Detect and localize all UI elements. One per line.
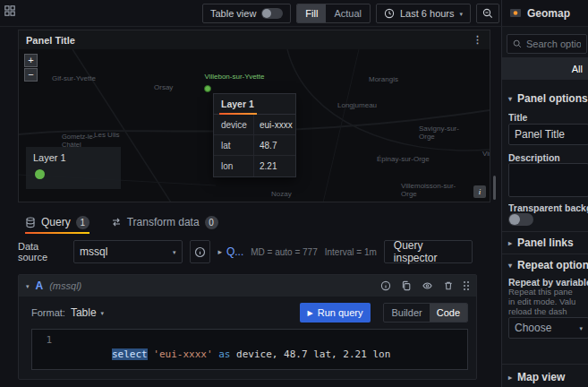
section-repeat-options[interactable]: ▾ Repeat options bbox=[502, 256, 588, 274]
tooltip-row: lat 48.7 bbox=[214, 135, 295, 156]
repeat-description-line: in edit mode. Valu bbox=[508, 297, 588, 306]
section-map-view-label: Map view bbox=[517, 371, 565, 383]
repeat-description-line: Repeat this pane bbox=[508, 287, 588, 297]
tooltip-key: lat bbox=[214, 135, 253, 155]
description-field-label: Description bbox=[508, 152, 588, 163]
query-row-editor: ▾ A (mssql) bbox=[18, 274, 477, 380]
section-panel-options[interactable]: ▾ Panel options bbox=[502, 90, 588, 108]
time-range-picker[interactable]: Last 6 hours ▾ bbox=[376, 4, 471, 23]
map-place-label: Gif-sur-Yvette bbox=[52, 74, 96, 82]
toggle-knob bbox=[262, 9, 271, 18]
panel-title-input[interactable] bbox=[508, 124, 588, 145]
main-scrollbar-thumb[interactable] bbox=[493, 176, 496, 200]
map-place-label: Viry bbox=[482, 150, 490, 158]
datasource-value: mssql bbox=[80, 245, 107, 258]
divider bbox=[502, 254, 588, 254]
transparent-background-toggle[interactable] bbox=[508, 213, 533, 226]
map-place-label: Longjumeau bbox=[337, 101, 377, 109]
play-icon: ▶ bbox=[308, 309, 313, 317]
table-view-toggle[interactable]: Table view bbox=[202, 4, 291, 23]
collapse-chevron-icon[interactable]: ▾ bbox=[26, 283, 30, 289]
sql-code-line[interactable]: select 'eui-xxxx' as device, 48.7 lat, 2… bbox=[59, 330, 390, 369]
repeat-variable-select[interactable]: Choose ▾ bbox=[508, 317, 588, 339]
map-place-label: Épinay-sur-Orge bbox=[377, 155, 430, 163]
options-search-box[interactable] bbox=[507, 34, 587, 54]
run-query-label: Run query bbox=[318, 307, 363, 318]
query-row-header[interactable]: ▾ A (mssql) bbox=[19, 275, 476, 297]
clock-icon bbox=[384, 8, 395, 19]
divider bbox=[502, 364, 588, 365]
options-filter-row: All bbox=[502, 57, 588, 80]
map-canvas[interactable]: + − Gif-sur-Yvette Orsay Villebon-sur-Yv… bbox=[19, 49, 490, 202]
tooltip-value: 48.7 bbox=[253, 135, 295, 155]
chevron-down-icon: ▾ bbox=[460, 11, 464, 17]
query-help-icon[interactable] bbox=[380, 280, 391, 291]
map-zoom-out-button[interactable]: − bbox=[24, 68, 38, 82]
top-toolbar: Table view Fill Actual Last 6 hours ▾ bbox=[0, 0, 588, 27]
query-datasource-hint: (mssql) bbox=[49, 280, 81, 291]
line-number: 1 bbox=[32, 330, 59, 369]
tooltip-key: lon bbox=[214, 156, 253, 176]
magnifier-minus-icon bbox=[482, 8, 493, 19]
map-zoom-in-button[interactable]: + bbox=[24, 54, 38, 67]
tooltip-layer-tab[interactable]: Layer 1 bbox=[214, 94, 295, 115]
run-query-button[interactable]: ▶ Run query bbox=[300, 303, 371, 322]
zoom-out-time-button[interactable] bbox=[476, 4, 499, 23]
map-place-label: Orsay bbox=[154, 83, 173, 91]
table-view-switch[interactable] bbox=[261, 8, 283, 19]
duplicate-query-icon[interactable] bbox=[401, 280, 412, 291]
section-panel-links-label: Panel links bbox=[517, 236, 574, 249]
transform-icon bbox=[111, 217, 122, 228]
format-select[interactable]: Table ▾ bbox=[71, 306, 104, 319]
panel-header: Panel Title ⋮ bbox=[19, 30, 490, 49]
section-panel-links[interactable]: ▸ Panel links bbox=[502, 234, 588, 252]
transform-count-badge: 0 bbox=[205, 216, 218, 229]
tab-query[interactable]: Query 1 bbox=[25, 211, 89, 234]
query-count-badge: 1 bbox=[76, 216, 89, 229]
code-button[interactable]: Code bbox=[430, 304, 467, 322]
toggle-knob bbox=[509, 214, 520, 225]
section-map-view[interactable]: ▸ Map view bbox=[502, 368, 588, 386]
chevron-right-icon: ▸ bbox=[217, 247, 222, 256]
map-place-label: Nozay bbox=[271, 190, 292, 198]
builder-button[interactable]: Builder bbox=[384, 304, 429, 322]
geomap-panel: Panel Title ⋮ + − Gif-sur-Yvette Orsay V… bbox=[18, 30, 490, 202]
chevron-down-icon: ▾ bbox=[173, 249, 176, 255]
builder-code-toggle: Builder Code bbox=[383, 303, 468, 322]
tooltip-row: lon 2.21 bbox=[214, 156, 295, 176]
delete-query-icon[interactable] bbox=[443, 280, 454, 291]
legend-layer-label: Layer 1 bbox=[33, 152, 114, 163]
datasource-picker[interactable]: mssql ▾ bbox=[73, 240, 182, 263]
hide-query-icon[interactable] bbox=[422, 280, 433, 291]
actual-button[interactable]: Actual bbox=[326, 4, 370, 22]
panel-description-textarea[interactable] bbox=[508, 163, 588, 197]
fill-button[interactable]: Fill bbox=[297, 4, 326, 22]
map-place-label: Villebon-sur-Yvette bbox=[201, 73, 268, 81]
map-attribution-button[interactable]: i bbox=[473, 185, 486, 198]
chevron-down-icon: ▾ bbox=[508, 95, 512, 103]
tab-transform-label: Transform data bbox=[127, 216, 200, 228]
divider bbox=[502, 231, 588, 232]
query-editor-body: Format: Table ▾ ▶ Run query Builder Code… bbox=[19, 297, 476, 379]
panel-menu-icon[interactable]: ⋮ bbox=[473, 35, 482, 45]
sql-code-editor[interactable]: 1 select 'eui-xxxx' as device, 48.7 lat,… bbox=[31, 329, 468, 370]
query-options-collapse[interactable]: ▸ Q... bbox=[217, 245, 243, 258]
datasource-help-button[interactable] bbox=[190, 240, 211, 263]
time-range-label: Last 6 hours bbox=[400, 8, 455, 19]
options-search-input[interactable] bbox=[526, 39, 581, 49]
format-value: Table bbox=[71, 306, 97, 319]
filter-all-pill[interactable]: All bbox=[572, 64, 583, 74]
apps-grid-icon[interactable] bbox=[4, 5, 15, 16]
map-place-label: Villemoisson-sur-Orge bbox=[401, 182, 456, 198]
panel-title: Panel Title bbox=[26, 35, 75, 46]
chevron-down-icon: ▾ bbox=[579, 325, 583, 331]
drag-handle-icon[interactable] bbox=[464, 281, 465, 283]
toolbar-controls: Table view Fill Actual Last 6 hours ▾ bbox=[202, 4, 528, 23]
query-inspector-button[interactable]: Query inspector bbox=[384, 240, 473, 263]
tab-transform-data[interactable]: Transform data 0 bbox=[111, 211, 218, 234]
fill-actual-group: Fill Actual bbox=[296, 4, 371, 23]
section-panel-options-label: Panel options bbox=[517, 92, 588, 105]
section-repeat-options-label: Repeat options bbox=[517, 259, 588, 271]
map-data-point-marker[interactable] bbox=[204, 85, 211, 92]
map-tooltip: Layer 1 device eui-xxxx lat 48.7 lon 2.2… bbox=[213, 93, 296, 177]
